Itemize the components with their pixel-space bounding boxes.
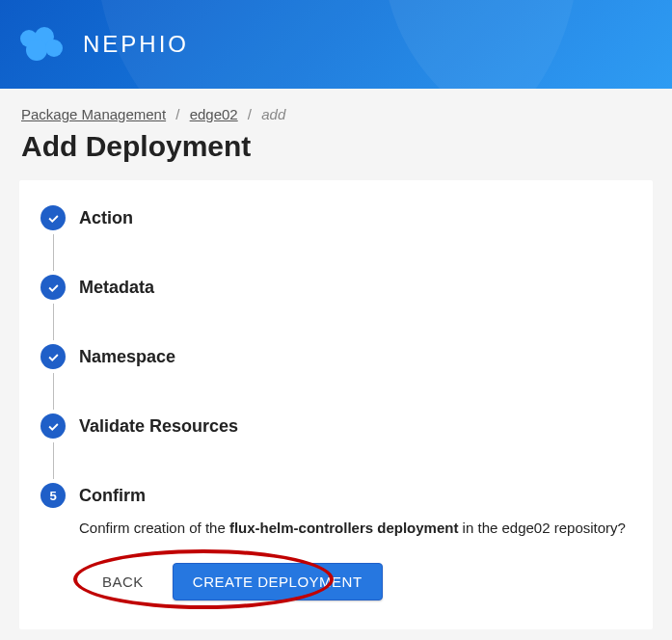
breadcrumb: Package Management / edge02 / add (0, 89, 672, 130)
confirm-prefix: Confirm creation of the (79, 520, 229, 536)
step-label: Metadata (79, 275, 154, 300)
confirm-package-name: flux-helm-controllers deployment (229, 520, 459, 536)
page-title: Add Deployment (0, 130, 672, 180)
step-connector (53, 234, 55, 271)
breadcrumb-separator: / (175, 106, 179, 122)
stepper: Action Metadata Namespace Validate Resou… (40, 205, 632, 600)
create-deployment-button[interactable]: CREATE DEPLOYMENT (173, 563, 383, 600)
check-icon (40, 205, 66, 230)
breadcrumb-separator: / (248, 106, 252, 122)
check-icon (40, 413, 66, 439)
step-connector (53, 442, 55, 479)
step-label: Action (79, 205, 133, 230)
svg-point-3 (45, 40, 63, 57)
brand-logo: NEPHIO (19, 27, 189, 62)
back-button[interactable]: BACK (93, 566, 153, 598)
step-label: Validate Resources (79, 413, 238, 439)
step-metadata[interactable]: Metadata (40, 275, 632, 300)
step-namespace[interactable]: Namespace (40, 344, 632, 369)
brand-name: NEPHIO (83, 31, 189, 58)
step-validate[interactable]: Validate Resources (40, 413, 632, 439)
breadcrumb-link-edge02[interactable]: edge02 (190, 106, 238, 122)
check-icon (40, 275, 66, 300)
step-label: Confirm (79, 483, 146, 508)
app-header: NEPHIO (0, 0, 672, 89)
wizard-actions: BACK CREATE DEPLOYMENT (93, 563, 632, 600)
confirm-suffix: in the edge02 repository? (458, 520, 625, 536)
step-confirm: 5 Confirm (40, 483, 632, 508)
step-number-icon: 5 (40, 483, 66, 508)
step-label: Namespace (79, 344, 175, 369)
confirm-text: Confirm creation of the flux-helm-contro… (79, 520, 632, 536)
breadcrumb-current: add (261, 106, 285, 122)
nephio-logomark (19, 27, 73, 62)
step-connector (53, 304, 55, 340)
step-confirm-content: Confirm creation of the flux-helm-contro… (79, 520, 632, 600)
wizard-card: Action Metadata Namespace Validate Resou… (19, 180, 653, 629)
breadcrumb-link-package-management[interactable]: Package Management (21, 106, 166, 122)
step-connector (53, 373, 55, 410)
step-action[interactable]: Action (40, 205, 632, 230)
check-icon (40, 344, 66, 369)
svg-point-2 (26, 40, 47, 61)
